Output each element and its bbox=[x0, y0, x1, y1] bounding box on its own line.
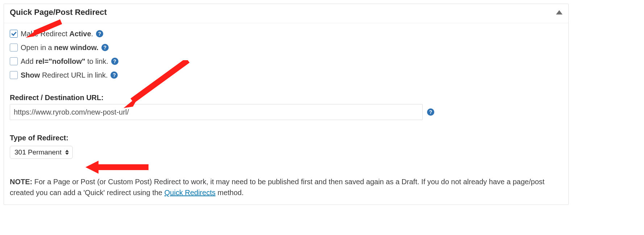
label-text: . bbox=[91, 30, 93, 38]
option-new-window: Open in a new window. ? bbox=[10, 42, 563, 53]
option-show-url-label: Show Redirect URL in link. bbox=[21, 70, 108, 81]
redirect-type-select[interactable]: 301 Permanent bbox=[10, 146, 73, 159]
checkbox-show-url[interactable] bbox=[10, 71, 18, 79]
option-nofollow-label: Add rel="nofollow" to link. bbox=[21, 56, 108, 67]
help-icon[interactable]: ? bbox=[96, 30, 103, 37]
label-strong: Show bbox=[21, 71, 40, 79]
select-arrows-icon bbox=[65, 150, 69, 155]
note-prefix: NOTE: bbox=[10, 178, 32, 186]
label-strong: rel="nofollow" bbox=[35, 57, 85, 65]
redirect-type-value: 301 Permanent bbox=[14, 148, 62, 156]
label-text: Open in a bbox=[21, 44, 54, 51]
option-nofollow: Add rel="nofollow" to link. ? bbox=[10, 56, 563, 67]
label-text: Redirect URL in link. bbox=[40, 71, 108, 79]
checkbox-new-window[interactable] bbox=[10, 44, 18, 51]
checkbox-nofollow[interactable] bbox=[10, 57, 18, 65]
destination-url-input[interactable] bbox=[10, 104, 423, 120]
check-icon bbox=[11, 30, 17, 36]
panel-header: Quick Page/Post Redirect bbox=[4, 4, 568, 23]
redirect-type-label: Type of Redirect: bbox=[10, 134, 563, 142]
redirect-metabox: Quick Page/Post Redirect Make Redirect A… bbox=[4, 4, 569, 205]
help-icon[interactable]: ? bbox=[427, 108, 434, 116]
option-active-label: Make Redirect Active. bbox=[21, 28, 93, 39]
label-text: to link. bbox=[85, 57, 108, 65]
label-text: Make Redirect bbox=[21, 30, 70, 38]
note-text: NOTE: For a Page or Post (or Custom Post… bbox=[10, 176, 563, 198]
option-new-window-label: Open in a new window. bbox=[21, 42, 99, 53]
label-strong: new window. bbox=[54, 44, 99, 51]
help-icon[interactable]: ? bbox=[111, 58, 118, 65]
panel-title: Quick Page/Post Redirect bbox=[10, 8, 107, 17]
url-section-label: Redirect / Destination URL: bbox=[10, 94, 563, 102]
note-body: For a Page or Post (or Custom Post) Redi… bbox=[10, 178, 544, 197]
label-text: Add bbox=[21, 57, 35, 65]
url-row: ? bbox=[10, 104, 563, 120]
option-active: Make Redirect Active. ? bbox=[10, 28, 563, 39]
note-tail: method. bbox=[216, 189, 244, 197]
collapse-toggle-icon[interactable] bbox=[556, 10, 563, 15]
option-show-url: Show Redirect URL in link. ? bbox=[10, 70, 563, 81]
help-icon[interactable]: ? bbox=[110, 71, 118, 79]
panel-body: Make Redirect Active. ? Open in a new wi… bbox=[4, 23, 568, 205]
label-strong: Active bbox=[70, 30, 91, 38]
quick-redirects-link[interactable]: Quick Redirects bbox=[164, 189, 216, 197]
checkbox-active[interactable] bbox=[10, 30, 18, 38]
help-icon[interactable]: ? bbox=[101, 44, 109, 51]
